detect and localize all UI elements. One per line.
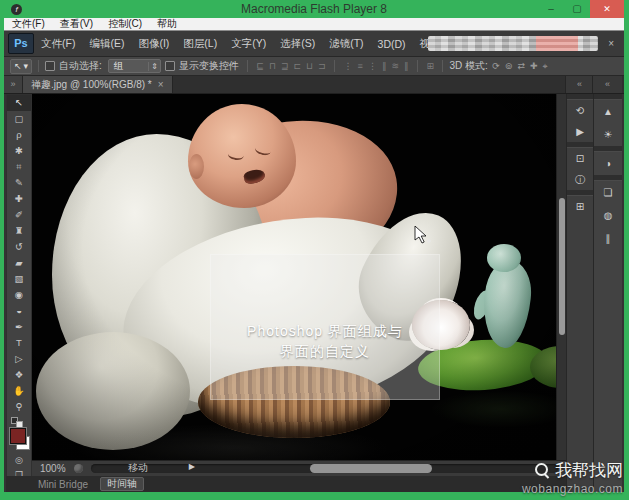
caption-overlay: Photoshop 界面组成与 界面的自定义: [210, 254, 440, 400]
3d-slide-icon[interactable]: ✚: [530, 61, 538, 71]
divider: [442, 60, 443, 72]
flash-menu-control[interactable]: 控制(C): [108, 17, 142, 31]
flash-menu-file[interactable]: 文件(F): [12, 17, 45, 31]
pen-tool[interactable]: ✒: [7, 319, 31, 335]
caption-line-1: Photoshop 界面组成与: [247, 321, 403, 341]
dodge-tool[interactable]: ◒: [7, 303, 31, 319]
default-swatches-icon[interactable]: [7, 415, 31, 427]
shape-tool[interactable]: ❖: [7, 367, 31, 383]
censor-close-icon[interactable]: ×: [608, 36, 614, 51]
fill-panel-icon[interactable]: ◑: [594, 152, 622, 175]
document-tab-close-icon[interactable]: ×: [158, 79, 164, 90]
title-bar[interactable]: f Macromedia Flash Player 8 – ▢ ✕: [4, 0, 624, 18]
align-bottom-icon[interactable]: ⊐: [318, 61, 326, 71]
ps-menu-3d[interactable]: 3D(D): [371, 38, 413, 50]
layers-panel-icon[interactable]: ❏: [594, 181, 622, 204]
show-transform-checkbox[interactable]: [165, 61, 175, 71]
histogram-panel-icon[interactable]: ▲: [594, 100, 622, 123]
3d-roll-icon[interactable]: ⊚: [505, 61, 513, 71]
timeline-panel-icon[interactable]: ∥: [594, 227, 622, 250]
eyedropper-tool[interactable]: ✎: [7, 175, 31, 191]
ps-menu-image[interactable]: 图像(I): [131, 37, 176, 51]
align-left-icon[interactable]: ⊑: [256, 61, 264, 71]
ps-menu-file[interactable]: 文件(F): [34, 37, 82, 51]
distribute-left-icon[interactable]: ∥: [382, 61, 387, 71]
eraser-tool[interactable]: ▰: [7, 255, 31, 271]
panel-dock-inner: ⟲ ▶ ⊡ ⓘ ⊞: [566, 94, 593, 492]
auto-select-checkbox[interactable]: [45, 61, 55, 71]
ps-menu-filter[interactable]: 滤镜(T): [322, 37, 370, 51]
flash-menu-help[interactable]: 帮助: [157, 17, 177, 31]
flash-menu-view[interactable]: 查看(V): [60, 17, 93, 31]
spinner-icon[interactable]: ⇕: [148, 62, 160, 71]
distribute-middle-icon[interactable]: ≡: [358, 61, 363, 71]
maximize-button[interactable]: ▢: [564, 0, 590, 18]
dock-b-collapse-icon[interactable]: «: [592, 76, 622, 93]
hand-tool[interactable]: ✋: [7, 383, 31, 399]
vertical-scrollbar-thumb[interactable]: [559, 198, 565, 335]
align-top-icon[interactable]: ⊏: [293, 61, 301, 71]
tab-mini-bridge[interactable]: Mini Bridge: [38, 479, 88, 490]
info-panel-icon[interactable]: ⓘ: [567, 169, 593, 190]
divider: [334, 60, 335, 72]
blur-tool[interactable]: ◉: [7, 287, 31, 303]
auto-select-dropdown[interactable]: 组 ⇕: [108, 59, 161, 73]
quick-select-tool[interactable]: ✱: [7, 143, 31, 159]
marquee-tool[interactable]: ▢: [7, 111, 31, 127]
path-select-tool[interactable]: ▷: [7, 351, 31, 367]
distribute-center-icon[interactable]: ≋: [391, 61, 399, 71]
horizontal-scrollbar-thumb[interactable]: [310, 464, 432, 473]
clone-stamp-tool[interactable]: ♜: [7, 223, 31, 239]
vertical-scrollbar[interactable]: [556, 94, 566, 460]
foreground-color-swatch[interactable]: [10, 428, 26, 444]
crop-tool[interactable]: ⌗: [7, 159, 31, 175]
align-center-h-icon[interactable]: ⊓: [269, 61, 276, 71]
ps-menu-type[interactable]: 文字(Y): [224, 37, 273, 51]
close-button[interactable]: ✕: [590, 0, 624, 18]
dock-a-collapse-icon[interactable]: «: [565, 76, 593, 93]
auto-align-icon[interactable]: ⊞: [426, 61, 434, 71]
document-tab[interactable]: 禅趣.jpg @ 100%(RGB/8) * ×: [23, 76, 173, 93]
adjustments-panel-icon[interactable]: ☀: [594, 123, 622, 146]
history-panel-icon[interactable]: ⟲: [567, 100, 593, 121]
show-transform-label: 显示变换控件: [179, 59, 239, 73]
toolbar-collapse-icon[interactable]: »: [4, 76, 23, 93]
horizontal-scrollbar[interactable]: 移动 ▶: [91, 464, 558, 473]
ps-menu-layer[interactable]: 图层(L): [176, 37, 224, 51]
healing-brush-tool[interactable]: ✚: [7, 191, 31, 207]
minimize-button[interactable]: –: [538, 0, 564, 18]
current-tool-chip[interactable]: ↖ ▾: [10, 59, 32, 74]
quick-mask-button[interactable]: ◎: [7, 453, 31, 468]
lasso-tool[interactable]: ρ: [7, 127, 31, 143]
gradient-tool[interactable]: ▧: [7, 271, 31, 287]
status-tool-text: 移动: [128, 461, 148, 475]
zoom-tool[interactable]: ⚲: [7, 399, 31, 415]
history-brush-tool[interactable]: ↺: [7, 239, 31, 255]
ps-menu-bar: Ps 文件(F) 编辑(E) 图像(I) 图层(L) 文字(Y) 选择(S) 滤…: [4, 31, 624, 57]
brush-tool[interactable]: ✐: [7, 207, 31, 223]
type-tool[interactable]: T: [7, 335, 31, 351]
ps-logo: Ps: [8, 33, 34, 54]
tab-timeline[interactable]: 时间轴: [100, 477, 144, 491]
align-right-icon[interactable]: ⊒: [281, 61, 289, 71]
play-icon[interactable]: ▶: [189, 462, 195, 471]
3d-panel-icon[interactable]: ◍: [594, 204, 622, 227]
3d-rotate-icon[interactable]: ⟳: [492, 61, 500, 71]
ps-menu-select[interactable]: 选择(S): [273, 37, 322, 51]
actions-panel-icon[interactable]: ▶: [567, 121, 593, 142]
align-middle-icon[interactable]: ⊔: [306, 61, 313, 71]
3d-scale-icon[interactable]: ⌖: [543, 61, 548, 72]
mouse-cursor: [414, 226, 432, 246]
distribute-right-icon[interactable]: ∥: [404, 61, 409, 71]
move-tool-icon: ↖: [14, 61, 22, 71]
3d-pan-icon[interactable]: ⇄: [517, 61, 525, 71]
move-tool[interactable]: ↖: [7, 95, 31, 111]
measurement-log-panel-icon[interactable]: ⊞: [567, 196, 593, 217]
clone-source-panel-icon[interactable]: ⊡: [567, 148, 593, 169]
watermark-site-name: 我帮找网: [555, 459, 623, 482]
ps-menu-edit[interactable]: 编辑(E): [82, 37, 131, 51]
zoom-level[interactable]: 100%: [40, 463, 66, 474]
distribute-bottom-icon[interactable]: ⋮: [368, 61, 377, 71]
distribute-top-icon[interactable]: ⋮: [344, 61, 353, 71]
document-canvas[interactable]: Photoshop 界面组成与 界面的自定义: [32, 94, 556, 460]
